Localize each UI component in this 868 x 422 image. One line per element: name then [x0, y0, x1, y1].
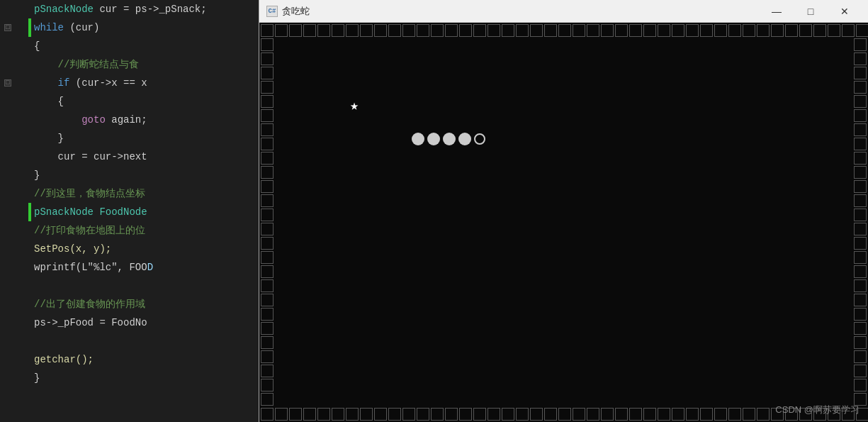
code-line: cur = cur->next	[0, 148, 259, 166]
snake-segment	[443, 133, 456, 145]
border-square	[854, 237, 867, 250]
border-square	[842, 24, 855, 37]
code-token	[34, 114, 81, 126]
code-line: getchar();	[0, 350, 259, 369]
border-square	[402, 408, 415, 421]
border-square	[854, 365, 867, 377]
code-content: getchar();	[34, 350, 259, 369]
border-square	[459, 408, 472, 421]
code-line: }	[0, 166, 259, 184]
code-token: goto	[81, 114, 106, 126]
fold-indicator[interactable]: □	[4, 79, 11, 87]
line-indicator	[28, 203, 31, 221]
snake-segment	[458, 133, 471, 145]
border-square	[728, 408, 741, 421]
code-line	[0, 332, 259, 350]
code-line: pSnackNode FoodNode	[0, 203, 259, 221]
border-square	[813, 408, 826, 421]
border-square	[261, 237, 274, 250]
border-square	[374, 24, 387, 37]
close-button[interactable]: ✕	[828, 1, 861, 22]
game-area: ★ CSDN @啊苏要学习	[259, 23, 868, 422]
code-token: }	[34, 372, 40, 384]
code-content: wprintf(L"%lc", FOOD	[34, 258, 259, 277]
code-token: cur = cur->next	[34, 151, 147, 162]
border-square	[743, 408, 755, 421]
border-squares	[259, 23, 868, 422]
border-square	[854, 67, 867, 79]
border-square	[658, 408, 670, 421]
app-icon: C#	[266, 6, 278, 17]
border-square	[473, 24, 486, 37]
code-line: □while (cur)	[0, 18, 259, 37]
code-token: ps->_pFood = FoodNo	[34, 317, 147, 328]
border-square	[261, 95, 274, 108]
border-square	[854, 322, 867, 335]
border-square	[261, 24, 274, 37]
border-square	[587, 408, 599, 421]
border-square	[854, 209, 867, 221]
code-token: (cur)	[64, 22, 99, 33]
code-line: goto again;	[0, 111, 259, 129]
snake-segment	[427, 133, 440, 145]
snake	[412, 133, 485, 145]
border-square	[261, 393, 274, 406]
border-square	[854, 95, 867, 108]
border-square	[828, 24, 840, 37]
border-square	[854, 279, 867, 292]
code-content: //判断蛇结点与食	[34, 55, 259, 74]
border-square	[854, 308, 867, 321]
border-square	[261, 123, 274, 136]
line-indicator	[28, 166, 31, 184]
border-square	[516, 408, 529, 421]
line-indicator	[28, 74, 31, 92]
code-line: //出了创建食物的作用域	[0, 295, 259, 313]
line-indicator	[28, 350, 31, 369]
code-line: ps->_pFood = FoodNo	[0, 313, 259, 332]
border-square	[289, 408, 302, 421]
border-square	[502, 408, 514, 421]
border-square	[714, 408, 727, 421]
border-square	[261, 265, 274, 278]
line-indicator	[28, 148, 31, 166]
minimize-button[interactable]: —	[760, 1, 793, 22]
border-square	[275, 408, 288, 421]
fold-indicator[interactable]: □	[4, 24, 11, 31]
code-content: cur = cur->next	[34, 148, 259, 166]
code-line: //打印食物在地图上的位	[0, 221, 259, 240]
code-content: ps->_pFood = FoodNo	[34, 313, 259, 332]
border-square	[502, 24, 514, 37]
border-square	[558, 408, 571, 421]
line-indicator	[28, 221, 31, 240]
line-indicator	[28, 111, 31, 129]
maximize-button[interactable]: □	[794, 1, 827, 22]
border-square	[799, 24, 812, 37]
border-square	[360, 408, 373, 421]
border-square	[487, 24, 500, 37]
border-square	[854, 166, 867, 179]
border-square	[714, 24, 727, 37]
window-titlebar[interactable]: C# 贪吃蛇 — □ ✕	[259, 0, 868, 23]
border-square	[261, 223, 274, 235]
code-content: }	[34, 369, 259, 387]
border-square	[261, 152, 274, 165]
code-token: //打印食物在地图上的位	[34, 225, 145, 236]
code-content: goto again;	[34, 111, 259, 129]
border-square	[261, 379, 274, 392]
border-square	[629, 24, 642, 37]
line-indicator	[28, 55, 31, 74]
border-square	[459, 24, 472, 37]
line-indicator	[28, 277, 31, 295]
code-content: //打印食物在地图上的位	[34, 221, 259, 240]
code-content: if (cur->x == x	[34, 74, 259, 92]
border-square	[854, 379, 867, 392]
border-square	[854, 265, 867, 278]
border-square	[854, 194, 867, 207]
border-square	[530, 24, 543, 37]
window-title: 贪吃蛇	[282, 5, 760, 18]
border-square	[261, 251, 274, 264]
border-square	[785, 408, 798, 421]
border-square	[431, 24, 444, 37]
code-content: //到这里，食物结点坐标	[34, 184, 259, 203]
border-square	[487, 408, 500, 421]
